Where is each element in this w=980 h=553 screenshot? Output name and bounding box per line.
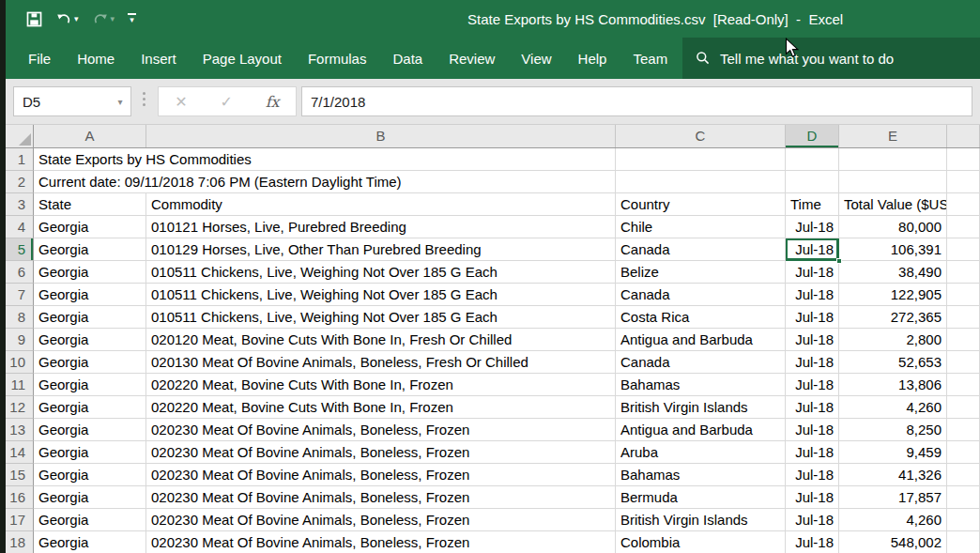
cell-B9[interactable]: 020120 Meat, Bovine Cuts With Bone In, F…	[146, 329, 616, 351]
undo-dropdown-icon[interactable]: ▾	[74, 15, 79, 23]
cell-D17[interactable]: Jul-18	[786, 509, 839, 531]
cell-A15[interactable]: Georgia	[34, 464, 146, 486]
row-header-12[interactable]: 12	[6, 396, 34, 419]
row-header-16[interactable]: 16	[6, 486, 34, 509]
cell-F5[interactable]	[947, 238, 980, 261]
cell-A3[interactable]: State	[34, 193, 146, 216]
cell-E2[interactable]	[839, 171, 947, 193]
cell-E17[interactable]: 4,260	[839, 509, 947, 531]
cell-A17[interactable]: Georgia	[34, 509, 146, 531]
cell-E1[interactable]	[839, 148, 947, 171]
row-header-4[interactable]: 4	[6, 216, 34, 238]
cell-F2[interactable]	[947, 171, 980, 193]
name-box-dropdown-icon[interactable]: ▾	[110, 97, 130, 107]
cell-B15[interactable]: 020230 Meat Of Bovine Animals, Boneless,…	[146, 464, 616, 486]
row-header-14[interactable]: 14	[6, 441, 34, 464]
cell-B11[interactable]: 020220 Meat, Bovine Cuts With Bone In, F…	[146, 374, 616, 396]
row-header-2[interactable]: 2	[6, 171, 34, 193]
cell-F14[interactable]	[947, 441, 980, 464]
cell-A2[interactable]: Current date: 09/11/2018 7:06 PM (Easter…	[34, 171, 616, 193]
cell-D4[interactable]: Jul-18	[786, 216, 839, 238]
enter-icon[interactable]: ✓	[221, 93, 233, 111]
cell-A16[interactable]: Georgia	[34, 486, 146, 509]
ribbon-tab-team[interactable]: Team	[620, 38, 681, 79]
cell-A5[interactable]: Georgia	[34, 238, 146, 261]
cell-D12[interactable]: Jul-18	[786, 396, 839, 419]
cell-C17[interactable]: British Virgin Islands	[616, 509, 786, 531]
cell-F18[interactable]	[947, 531, 980, 553]
column-header-A[interactable]: A	[34, 125, 146, 147]
cell-C5[interactable]: Canada	[616, 238, 786, 261]
cell-E10[interactable]: 52,653	[839, 351, 947, 374]
column-header-E[interactable]: E	[839, 125, 947, 147]
cell-B7[interactable]: 010511 Chickens, Live, Weighing Not Over…	[146, 284, 616, 306]
cell-E7[interactable]: 122,905	[839, 284, 947, 306]
row-header-1[interactable]: 1	[6, 148, 34, 171]
cell-B10[interactable]: 020130 Meat Of Bovine Animals, Boneless,…	[146, 351, 616, 374]
cell-E11[interactable]: 13,806	[839, 374, 947, 396]
cell-D8[interactable]: Jul-18	[786, 306, 839, 329]
tell-me-search[interactable]: Tell me what you want to do	[682, 38, 980, 79]
cell-C12[interactable]: British Virgin Islands	[616, 396, 786, 419]
ribbon-tab-help[interactable]: Help	[565, 38, 620, 79]
row-header-11[interactable]: 11	[6, 374, 34, 396]
cell-C8[interactable]: Costa Rica	[616, 306, 786, 329]
cell-F10[interactable]	[947, 351, 980, 374]
redo-button[interactable]: ▾	[92, 11, 115, 26]
ribbon-tab-view[interactable]: View	[508, 38, 564, 79]
row-header-9[interactable]: 9	[6, 329, 34, 351]
cell-B4[interactable]: 010121 Horses, Live, Purebred Breeding	[146, 216, 616, 238]
cell-C1[interactable]	[616, 148, 786, 171]
cell-D15[interactable]: Jul-18	[786, 464, 839, 486]
cell-F1[interactable]	[947, 148, 980, 171]
cell-E13[interactable]: 8,250	[839, 419, 947, 441]
cell-A14[interactable]: Georgia	[34, 441, 146, 464]
cell-A6[interactable]: Georgia	[34, 261, 146, 284]
cell-E3[interactable]: Total Value ($US)	[839, 193, 947, 216]
cell-F8[interactable]	[947, 306, 980, 329]
save-button[interactable]	[26, 11, 42, 27]
cell-D14[interactable]: Jul-18	[786, 441, 839, 464]
cell-A1[interactable]: State Exports by HS Commodities	[34, 148, 616, 171]
name-box[interactable]: D5 ▾	[13, 86, 131, 116]
cell-E9[interactable]: 2,800	[839, 329, 947, 351]
cell-C2[interactable]	[616, 171, 786, 193]
insert-function-icon[interactable]: fx	[266, 93, 280, 111]
cell-A13[interactable]: Georgia	[34, 419, 146, 441]
cancel-icon[interactable]: ✕	[175, 93, 187, 111]
cell-F4[interactable]	[947, 216, 980, 238]
cell-F17[interactable]	[947, 509, 980, 531]
cell-E18[interactable]: 548,002	[839, 531, 947, 553]
cell-D6[interactable]: Jul-18	[786, 261, 839, 284]
ribbon-tab-insert[interactable]: Insert	[128, 38, 190, 79]
cell-F3[interactable]	[947, 193, 980, 216]
cell-E15[interactable]: 41,326	[839, 464, 947, 486]
column-header-F[interactable]	[947, 125, 980, 147]
cell-D7[interactable]: Jul-18	[786, 284, 839, 306]
cell-F15[interactable]	[947, 464, 980, 486]
cell-E12[interactable]: 4,260	[839, 396, 947, 419]
cell-F7[interactable]	[947, 284, 980, 306]
cell-C13[interactable]: Antigua and Barbuda	[616, 419, 786, 441]
cell-D16[interactable]: Jul-18	[786, 486, 839, 509]
cell-B13[interactable]: 020230 Meat Of Bovine Animals, Boneless,…	[146, 419, 616, 441]
row-header-6[interactable]: 6	[6, 261, 34, 284]
row-header-13[interactable]: 13	[6, 419, 34, 441]
cell-B5[interactable]: 010129 Horses, Live, Other Than Purebred…	[146, 238, 616, 261]
cell-B8[interactable]: 010511 Chickens, Live, Weighing Not Over…	[146, 306, 616, 329]
cell-C11[interactable]: Bahamas	[616, 374, 786, 396]
column-header-C[interactable]: C	[616, 125, 786, 147]
cell-A10[interactable]: Georgia	[34, 351, 146, 374]
column-header-D[interactable]: D	[786, 125, 839, 147]
cell-C18[interactable]: Colombia	[616, 531, 786, 553]
cell-D9[interactable]: Jul-18	[786, 329, 839, 351]
cell-D10[interactable]: Jul-18	[786, 351, 839, 374]
cell-F12[interactable]	[947, 396, 980, 419]
ribbon-tab-data[interactable]: Data	[379, 38, 436, 79]
cell-D1[interactable]	[786, 148, 839, 171]
cell-A18[interactable]: Georgia	[34, 531, 146, 553]
cell-C6[interactable]: Belize	[616, 261, 786, 284]
cell-E8[interactable]: 272,365	[839, 306, 947, 329]
cell-B3[interactable]: Commodity	[146, 193, 616, 216]
column-header-B[interactable]: B	[146, 125, 616, 147]
